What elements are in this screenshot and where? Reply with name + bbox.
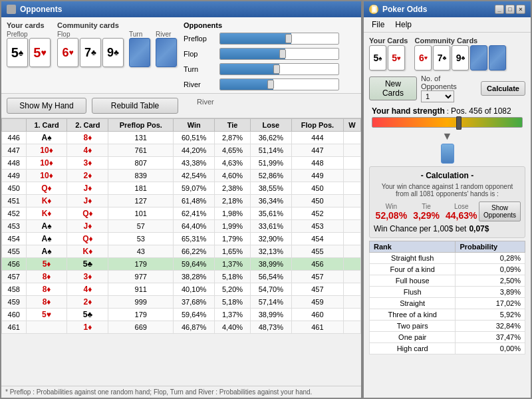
opponents-select[interactable]: 1 2 3 <box>421 90 454 102</box>
col-header-card2[interactable]: 2. Card <box>67 119 108 132</box>
new-cards-button[interactable]: New Cards <box>369 76 417 100</box>
col-header-lose[interactable]: Lose <box>250 119 291 132</box>
your-card-1[interactable]: 5♠ <box>7 38 28 67</box>
flop-card-3[interactable]: 9♣ <box>102 38 124 67</box>
tie-cell: 4,40% <box>215 321 251 334</box>
po-comm-card-5[interactable] <box>489 45 506 70</box>
opponents-title-icon <box>7 5 16 14</box>
flop-group: Flop 6♥ 7♣ 9♣ <box>57 31 124 67</box>
card-cell: 1♦ <box>84 323 92 332</box>
show-hand-button[interactable]: Show My Hand <box>7 98 86 114</box>
preflop-slider-track[interactable] <box>219 33 339 45</box>
flop-card-1[interactable]: 6♥ <box>57 38 78 67</box>
col-header-win[interactable]: Win <box>174 119 215 132</box>
river-slider-thumb <box>267 80 274 89</box>
preflop-pos-cell: 43 <box>108 245 174 258</box>
strength-indicator <box>456 116 462 130</box>
table-row[interactable]: 4598♦2♦99937,68%5,18%57,14%459 <box>2 296 361 309</box>
turn-slider-thumb <box>273 65 280 74</box>
table-row[interactable]: 451K♦J♦12761,48%2,18%36,34%450 <box>2 195 361 207</box>
card2-cell: Q♦ <box>67 207 108 220</box>
card2-cell: Q♦ <box>67 233 108 245</box>
table-row[interactable]: 446A♠8♦13160,51%2,87%36,62%444 <box>2 132 361 144</box>
po-comm-card-1[interactable]: 6♥ <box>414 45 432 70</box>
table-row[interactable]: 450Q♦J♦18159,07%2,38%38,55%450 <box>2 182 361 195</box>
maximize-button[interactable]: □ <box>505 5 515 14</box>
rebuild-table-button[interactable]: Rebuild Table <box>92 98 178 114</box>
table-row[interactable]: 4565♦5♣17959,64%1,37%38,99%456 <box>2 258 361 271</box>
prob-value-cell: 17,02% <box>456 298 525 309</box>
po-comm-card-2[interactable]: 7♣ <box>433 45 450 70</box>
table-row[interactable]: 4588♦4♦91140,10%5,20%54,70%457 <box>2 283 361 296</box>
flop-pos-cell: 448 <box>291 157 343 170</box>
poker-odds-window: 🂠 Poker Odds _ □ × File Help Your Cards … <box>362 0 532 399</box>
preflop-pos-cell: 977 <box>108 271 174 283</box>
win-cell: 65,31% <box>174 233 215 245</box>
results-table-container[interactable]: 1. Card 2. Card Preflop Pos. Win Tie Los… <box>1 118 361 399</box>
col-header-flop[interactable]: Flop Pos. <box>291 119 343 132</box>
menu-help[interactable]: Help <box>390 19 417 31</box>
your-card-2[interactable]: 5♥ <box>29 38 51 67</box>
po-cards-row: Your Cards 5♠ 5♥ Community Cards 6♥ 7♣ 9… <box>369 37 525 70</box>
table-row[interactable]: 4578♦3♦97738,28%5,18%56,54%457 <box>2 271 361 283</box>
flop-card-2[interactable]: 7♣ <box>80 38 101 67</box>
col-header-w[interactable]: W <box>344 119 361 132</box>
col-header-preflop[interactable]: Preflop Pos. <box>108 119 174 132</box>
prob-value-cell: 5,92% <box>456 309 525 321</box>
prob-rank-cell: Four of a kind <box>370 264 456 275</box>
calc-tie-label: Tie <box>409 203 444 210</box>
poker-odds-content: Your Cards 5♠ 5♥ Community Cards 6♥ 7♣ 9… <box>364 33 531 358</box>
po-community-cards-row: 6♥ 7♣ 9♣ <box>414 45 506 70</box>
flop-cards: 6♥ 7♣ 9♣ <box>57 38 124 67</box>
win-cell: 38,28% <box>174 271 215 283</box>
show-opponents-button[interactable]: ShowOpponents <box>479 201 521 221</box>
card-cell: J♦ <box>84 184 92 193</box>
table-row[interactable]: 455A♠K♦4366,22%1,65%32,13%455 <box>2 245 361 258</box>
col-header-card1[interactable]: 1. Card <box>26 119 67 132</box>
win-cell: 40,10% <box>174 283 215 296</box>
minimize-button[interactable]: _ <box>495 5 504 14</box>
w-cell <box>344 144 361 157</box>
po-your-cards: Your Cards 5♠ 5♥ <box>369 37 408 70</box>
turn-card-1[interactable] <box>129 38 150 67</box>
preflop-pos-cell: 179 <box>108 258 174 271</box>
your-cards-label: Your cards <box>7 21 45 29</box>
table-row[interactable]: 452K♦Q♦10162,41%1,98%35,61%452 <box>2 207 361 220</box>
flop-slider-track[interactable] <box>219 48 339 60</box>
po-your-card-2[interactable]: 5♥ <box>388 45 405 70</box>
table-row[interactable]: 454A♠Q♦5365,31%1,79%32,90%454 <box>2 233 361 245</box>
river-slider-track[interactable] <box>219 78 339 90</box>
tie-cell: 2,18% <box>215 195 251 207</box>
close-button[interactable]: × <box>516 5 525 14</box>
lose-cell: 38,55% <box>250 182 291 195</box>
menu-file[interactable]: File <box>366 19 390 31</box>
row-number: 448 <box>2 157 27 170</box>
flop-pos-cell: 457 <box>291 283 343 296</box>
table-row[interactable]: 44910♦2♦83942,54%4,60%52,86%449 <box>2 170 361 182</box>
community-cards-group: Community cards Flop 6♥ 7♣ 9♣ Turn <box>57 21 177 92</box>
table-row[interactable]: 44810♦3♦80743,38%4,63%51,99%448 <box>2 157 361 170</box>
win-cell: 59,07% <box>174 182 215 195</box>
lose-cell: 51,14% <box>250 144 291 157</box>
table-row[interactable]: 453A♠J♦5764,40%1,99%33,61%453 <box>2 220 361 233</box>
row-number: 453 <box>2 220 27 233</box>
calculate-button[interactable]: Calculate <box>481 81 525 96</box>
table-row[interactable]: 4605♥5♣17959,64%1,37%38,99%460 <box>2 309 361 321</box>
po-your-card-1[interactable]: 5♠ <box>369 45 386 70</box>
turn-slider-track[interactable] <box>219 63 339 75</box>
card-cell: 3♦ <box>84 158 92 168</box>
flop-pos-cell: 447 <box>291 144 343 157</box>
col-header-tie[interactable]: Tie <box>215 119 251 132</box>
po-comm-card-3[interactable]: 9♣ <box>452 45 469 70</box>
preflop-slider-thumb <box>285 34 292 43</box>
po-comm-card-4[interactable] <box>470 45 487 70</box>
table-row[interactable]: 44710♦4♦76144,20%4,65%51,14%447 <box>2 144 361 157</box>
prob-row: Straight flush0,28% <box>370 253 525 264</box>
card-cell: 10♦ <box>40 171 53 180</box>
calc-win-value: 52,08% <box>374 210 409 221</box>
tie-cell: 5,18% <box>215 296 251 309</box>
river-card-1[interactable] <box>156 38 177 67</box>
table-row[interactable]: 4611♦66946,87%4,40%48,73%461 <box>2 321 361 334</box>
card-cell: Q♦ <box>82 234 92 243</box>
card-cell: A♠ <box>42 247 52 256</box>
